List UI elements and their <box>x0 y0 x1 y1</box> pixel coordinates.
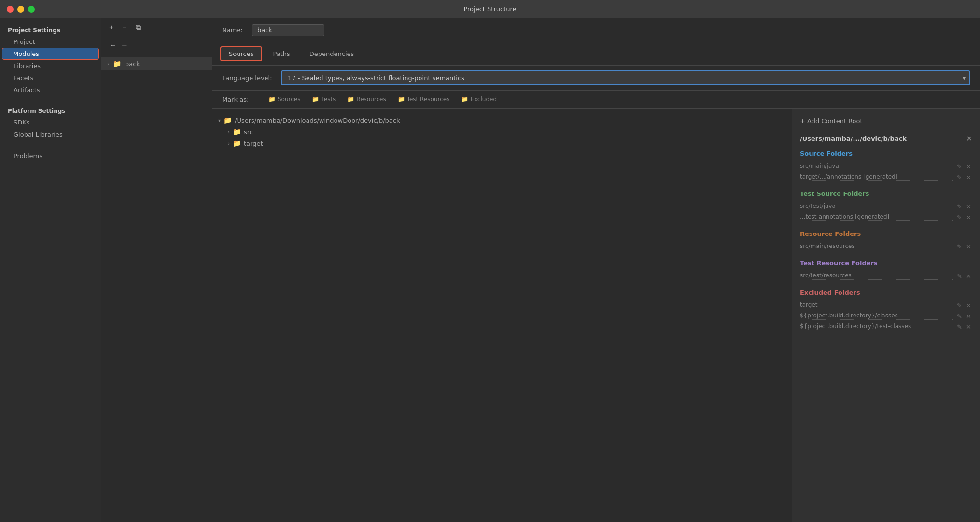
name-row: Name: back <box>212 18 980 42</box>
edit-excluded-2-button[interactable]: ✎ <box>956 323 963 330</box>
remove-excluded-1-button[interactable]: ✕ <box>965 313 972 320</box>
info-close-button[interactable]: ✕ <box>966 134 972 143</box>
edit-test-source-1-button[interactable]: ✎ <box>956 214 963 221</box>
source-folders-section: Source Folders src/main/java ✎ ✕ target/… <box>792 150 980 182</box>
module-folder-icon: 📁 <box>113 60 121 68</box>
remove-module-button[interactable]: − <box>120 22 128 33</box>
maximize-button[interactable] <box>28 6 35 13</box>
mark-badge-tests[interactable]: 📁 Tests <box>308 95 339 104</box>
test-source-folders-title: Test Source Folders <box>800 190 972 197</box>
add-content-root-label: + Add Content Root <box>800 117 863 124</box>
copy-module-button[interactable]: ⧉ <box>134 22 143 33</box>
language-value: 17 - Sealed types, always-strict floatin… <box>282 71 969 84</box>
remove-test-source-1-button[interactable]: ✕ <box>965 214 972 221</box>
tab-sources[interactable]: Sources <box>220 46 262 61</box>
remove-test-source-0-button[interactable]: ✕ <box>965 203 972 210</box>
remove-source-0-button[interactable]: ✕ <box>965 163 972 170</box>
test-resource-folders-section: Test Resource Folders src/test/resources… <box>792 260 980 281</box>
name-field[interactable]: back <box>252 24 324 36</box>
add-content-root-button[interactable]: + Add Content Root <box>792 114 980 127</box>
mark-badge-resources[interactable]: 📁 Resources <box>343 95 390 104</box>
info-panel: + Add Content Root /Users/mamba/.../devi… <box>792 109 980 522</box>
mark-tests-label: Tests <box>321 96 336 103</box>
forward-arrow[interactable]: → <box>121 41 128 50</box>
tab-dependencies[interactable]: Dependencies <box>301 46 363 61</box>
root-path: /Users/mamba/Downloads/windowDoor/devic/… <box>235 117 400 124</box>
module-toolbar: + − ⧉ <box>101 18 212 37</box>
sidebar-item-sdks[interactable]: SDKs <box>0 116 101 128</box>
root-chevron-icon: ▾ <box>218 118 221 123</box>
source-folders-title: Source Folders <box>800 150 972 157</box>
resource-folders-title: Resource Folders <box>800 230 972 237</box>
resource-folders-section: Resource Folders src/main/resources ✎ ✕ <box>792 230 980 252</box>
source-entry-0: src/main/java ✎ ✕ <box>800 161 972 172</box>
tree-item-root[interactable]: ▾ 📁 /Users/mamba/Downloads/windowDoor/de… <box>212 114 792 126</box>
test-source-actions-0: ✎ ✕ <box>956 203 972 210</box>
edit-test-source-0-button[interactable]: ✎ <box>956 203 963 210</box>
src-chevron-icon: › <box>228 129 230 135</box>
resource-path-0: src/main/resources <box>800 243 953 250</box>
excluded-path-0: target <box>800 302 953 309</box>
remove-resource-0-button[interactable]: ✕ <box>965 243 972 250</box>
source-entry-1: target/.../annotations [generated] ✎ ✕ <box>800 172 972 182</box>
add-module-button[interactable]: + <box>107 22 115 33</box>
content-split: ▾ 📁 /Users/mamba/Downloads/windowDoor/de… <box>212 109 980 522</box>
platform-settings-heading: Platform Settings <box>0 104 101 116</box>
edit-source-1-button[interactable]: ✎ <box>956 174 963 181</box>
source-actions-1: ✎ ✕ <box>956 174 972 181</box>
content-panel: Name: back Sources Paths Dependencies La… <box>212 18 980 522</box>
tree-item-src[interactable]: › 📁 src <box>212 126 792 137</box>
edit-resource-0-button[interactable]: ✎ <box>956 243 963 250</box>
test-resource-path-0: src/test/resources <box>800 272 953 280</box>
source-path-0: src/main/java <box>800 163 953 170</box>
excluded-entry-2: ${project.build.directory}/test-classes … <box>800 321 972 332</box>
excluded-actions-0: ✎ ✕ <box>956 302 972 309</box>
test-resource-folders-title: Test Resource Folders <box>800 260 972 267</box>
tree-item-target[interactable]: › 📁 target <box>212 137 792 149</box>
sidebar-item-facets[interactable]: Facets <box>0 72 101 84</box>
remove-test-resource-0-button[interactable]: ✕ <box>965 273 972 280</box>
mark-badge-excluded[interactable]: 📁 Excluded <box>457 95 501 104</box>
test-resource-entry-0: src/test/resources ✎ ✕ <box>800 271 972 281</box>
module-item-back[interactable]: › 📁 back <box>101 57 212 70</box>
mark-sources-label: Sources <box>278 96 300 103</box>
minimize-button[interactable] <box>17 6 24 13</box>
excluded-path-2: ${project.build.directory}/test-classes <box>800 323 953 330</box>
edit-excluded-0-button[interactable]: ✎ <box>956 302 963 309</box>
traffic-lights <box>7 6 35 13</box>
remove-excluded-2-button[interactable]: ✕ <box>965 323 972 330</box>
back-arrow[interactable]: ← <box>109 41 117 50</box>
module-name: back <box>125 60 140 68</box>
test-source-actions-1: ✎ ✕ <box>956 214 972 221</box>
sidebar-item-project[interactable]: Project <box>0 36 101 48</box>
titlebar: Project Structure <box>0 0 980 18</box>
test-source-entry-0: src/test/java ✎ ✕ <box>800 201 972 212</box>
mark-badge-sources[interactable]: 📁 Sources <box>265 95 304 104</box>
mark-excluded-label: Excluded <box>470 96 497 103</box>
sources-folder-icon: 📁 <box>268 96 276 103</box>
remove-excluded-0-button[interactable]: ✕ <box>965 302 972 309</box>
module-chevron: › <box>107 61 109 67</box>
remove-source-1-button[interactable]: ✕ <box>965 174 972 181</box>
excluded-folder-icon: 📁 <box>461 96 468 103</box>
resource-entry-0: src/main/resources ✎ ✕ <box>800 241 972 252</box>
nav-arrows: ← → <box>101 37 212 54</box>
test-source-entry-1: ...test-annotations [generated] ✎ ✕ <box>800 212 972 222</box>
sidebar-item-libraries[interactable]: Libraries <box>0 60 101 72</box>
close-button[interactable] <box>7 6 14 13</box>
sidebar-item-problems[interactable]: Problems <box>0 150 101 162</box>
edit-test-resource-0-button[interactable]: ✎ <box>956 273 963 280</box>
tab-paths[interactable]: Paths <box>264 46 298 61</box>
edit-source-0-button[interactable]: ✎ <box>956 163 963 170</box>
mark-resources-label: Resources <box>356 96 386 103</box>
edit-excluded-1-button[interactable]: ✎ <box>956 313 963 320</box>
sidebar-item-global-libraries[interactable]: Global Libraries <box>0 128 101 140</box>
test-source-folders-section: Test Source Folders src/test/java ✎ ✕ ..… <box>792 190 980 222</box>
sidebar-item-artifacts[interactable]: Artifacts <box>0 84 101 96</box>
language-select-wrapper[interactable]: 17 - Sealed types, always-strict floatin… <box>281 70 970 85</box>
language-label: Language level: <box>222 74 275 82</box>
excluded-folders-title: Excluded Folders <box>800 289 972 296</box>
mark-badge-test-resources[interactable]: 📁 Test Resources <box>394 95 454 104</box>
sidebar-item-modules[interactable]: Modules <box>2 48 99 60</box>
excluded-entry-0: target ✎ ✕ <box>800 300 972 311</box>
